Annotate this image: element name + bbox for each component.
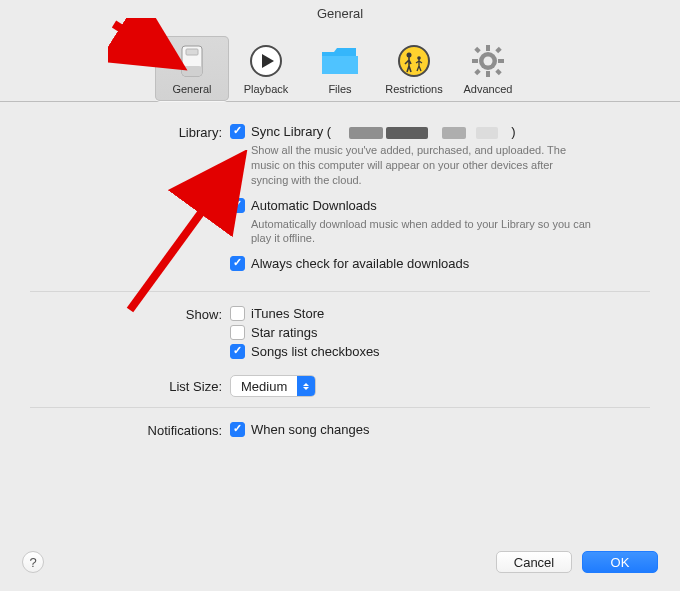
svg-rect-1 bbox=[186, 49, 198, 55]
tab-playback-label: Playback bbox=[231, 83, 301, 95]
redacted-text bbox=[349, 127, 383, 139]
restrictions-icon bbox=[379, 40, 449, 82]
redacted-text bbox=[386, 127, 428, 139]
song-changes-checkbox[interactable] bbox=[230, 422, 245, 437]
advanced-icon bbox=[453, 40, 523, 82]
svg-point-17 bbox=[484, 57, 493, 66]
general-icon bbox=[157, 40, 227, 82]
help-button[interactable]: ? bbox=[22, 551, 44, 573]
songs-list-checkboxes-label: Songs list checkboxes bbox=[251, 344, 380, 359]
svg-rect-11 bbox=[472, 59, 478, 63]
tab-advanced[interactable]: Advanced bbox=[451, 36, 525, 101]
automatic-downloads-label: Automatic Downloads bbox=[251, 198, 377, 213]
svg-rect-10 bbox=[486, 71, 490, 77]
svg-rect-9 bbox=[486, 45, 490, 51]
list-size-select[interactable]: Medium bbox=[230, 375, 316, 397]
footer: ? Cancel OK bbox=[0, 541, 680, 591]
ok-button[interactable]: OK bbox=[582, 551, 658, 573]
divider bbox=[30, 291, 650, 292]
automatic-downloads-checkbox[interactable] bbox=[230, 198, 245, 213]
list-size-value: Medium bbox=[231, 379, 297, 394]
svg-rect-16 bbox=[495, 69, 501, 75]
always-check-downloads-label: Always check for available downloads bbox=[251, 256, 469, 271]
window-title: General bbox=[0, 0, 680, 24]
svg-rect-2 bbox=[182, 66, 202, 76]
list-size-label: List Size: bbox=[30, 378, 230, 394]
tab-files-label: Files bbox=[305, 83, 375, 95]
sync-library-checkbox[interactable] bbox=[230, 124, 245, 139]
sync-library-desc: Show all the music you've added, purchas… bbox=[251, 143, 591, 188]
notifications-section-label: Notifications: bbox=[30, 422, 230, 438]
tab-general[interactable]: General bbox=[155, 36, 229, 101]
preferences-content: Library: Sync Library ( ) Show all the m… bbox=[0, 102, 680, 441]
library-section-label: Library: bbox=[30, 124, 230, 140]
svg-point-6 bbox=[407, 53, 412, 58]
files-icon bbox=[305, 40, 375, 82]
always-check-downloads-checkbox[interactable] bbox=[230, 256, 245, 271]
songs-list-checkboxes-checkbox[interactable] bbox=[230, 344, 245, 359]
svg-point-5 bbox=[399, 46, 429, 76]
tab-restrictions[interactable]: Restrictions bbox=[377, 36, 451, 101]
star-ratings-label: Star ratings bbox=[251, 325, 317, 340]
tab-playback[interactable]: Playback bbox=[229, 36, 303, 101]
divider bbox=[30, 407, 650, 408]
tab-advanced-label: Advanced bbox=[453, 83, 523, 95]
cancel-button[interactable]: Cancel bbox=[496, 551, 572, 573]
automatic-downloads-desc: Automatically download music when added … bbox=[251, 217, 591, 247]
svg-rect-12 bbox=[498, 59, 504, 63]
itunes-store-label: iTunes Store bbox=[251, 306, 324, 321]
sync-library-label: Sync Library ( ) bbox=[251, 124, 516, 139]
star-ratings-checkbox[interactable] bbox=[230, 325, 245, 340]
tab-general-label: General bbox=[157, 83, 227, 95]
select-stepper-icon bbox=[297, 376, 315, 396]
tab-files[interactable]: Files bbox=[303, 36, 377, 101]
song-changes-label: When song changes bbox=[251, 422, 370, 437]
redacted-text bbox=[476, 127, 498, 139]
show-section-label: Show: bbox=[30, 306, 230, 322]
svg-rect-13 bbox=[474, 47, 480, 53]
itunes-store-checkbox[interactable] bbox=[230, 306, 245, 321]
preferences-toolbar: General Playback Files bbox=[0, 24, 680, 102]
svg-rect-15 bbox=[474, 69, 480, 75]
svg-rect-14 bbox=[495, 47, 501, 53]
redacted-text bbox=[442, 127, 466, 139]
playback-icon bbox=[231, 40, 301, 82]
tab-restrictions-label: Restrictions bbox=[379, 83, 449, 95]
